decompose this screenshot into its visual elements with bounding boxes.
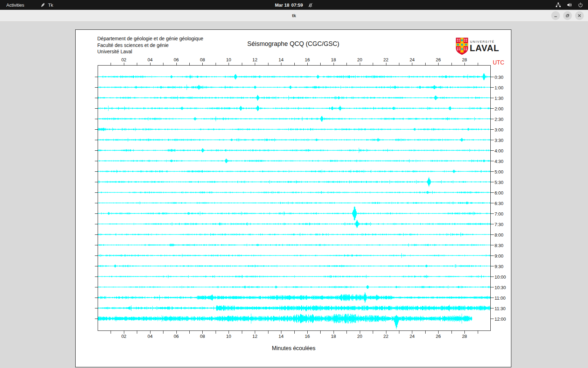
row-tick-right: [491, 277, 494, 277]
institution-line3: Université Laval: [97, 48, 203, 55]
x-minor-tick-bottom: [137, 331, 137, 334]
row-tick-left: [95, 203, 98, 203]
x-minor-tick-bottom: [399, 331, 399, 334]
x-minor-tick-bottom: [438, 331, 439, 334]
row-tick-right: [491, 298, 494, 298]
row-tick-right: [491, 87, 494, 88]
power-icon: [578, 2, 583, 8]
row-tick-right: [491, 203, 494, 203]
x-minor-tick-top: [346, 63, 347, 65]
x-minor-tick-bottom: [268, 331, 268, 334]
volume-icon: [567, 2, 572, 8]
row-tick-left: [95, 298, 98, 298]
window-title: tk: [292, 13, 296, 18]
trace-row-label: 6:00: [495, 190, 503, 195]
trace-row-label: 9:00: [495, 253, 503, 258]
clock-menu-button[interactable]: Mar 18 07:59: [275, 2, 313, 8]
x-axis-label-bottom: 08: [200, 334, 205, 339]
x-axis-label-bottom: 10: [226, 334, 231, 339]
x-axis-label-top: 10: [226, 57, 231, 62]
row-tick-left: [95, 192, 98, 193]
x-minor-tick-top: [268, 63, 268, 65]
x-minor-tick-top: [176, 63, 177, 65]
x-minor-tick-top: [150, 63, 150, 65]
x-minor-tick-bottom: [451, 331, 452, 334]
row-tick-right: [491, 266, 494, 266]
row-tick-right: [491, 213, 494, 214]
x-minor-tick-top: [360, 63, 360, 65]
close-button[interactable]: [575, 11, 584, 20]
x-minor-tick-top: [189, 63, 190, 65]
trace-row-label: 2:30: [495, 116, 503, 122]
x-axis-label-top: 08: [200, 57, 205, 62]
x-axis-label-top: 12: [252, 57, 257, 62]
row-tick-left: [95, 140, 98, 140]
trace-row-label: 0:30: [495, 74, 503, 80]
row-tick-left: [95, 319, 98, 319]
x-minor-tick-top: [255, 63, 255, 65]
x-minor-tick-top: [242, 63, 242, 65]
row-tick-right: [491, 245, 494, 245]
x-minor-tick-top: [386, 63, 386, 65]
x-minor-tick-top: [320, 63, 321, 65]
x-minor-tick-top: [124, 63, 124, 65]
maximize-restore-button[interactable]: [563, 11, 572, 20]
row-tick-right: [491, 150, 494, 151]
row-tick-left: [95, 171, 98, 172]
x-minor-tick-top: [412, 63, 412, 65]
x-axis-label-bottom: 02: [121, 334, 126, 339]
row-tick-left: [95, 245, 98, 245]
trace-row-label: 10:30: [495, 285, 506, 290]
row-tick-left: [95, 108, 98, 109]
x-axis-label-bottom: 28: [462, 334, 467, 339]
x-minor-tick-bottom: [478, 331, 478, 334]
x-axis-label-top: 16: [305, 57, 310, 62]
x-minor-tick-bottom: [124, 331, 124, 334]
trace-row-label: 12:00: [495, 316, 506, 321]
x-axis-label-bottom: 24: [410, 334, 414, 339]
window-titlebar[interactable]: tk: [0, 10, 588, 22]
trace-row-label: 11:30: [495, 306, 506, 311]
x-axis-label-top: 02: [121, 57, 126, 62]
x-minor-tick-bottom: [229, 331, 229, 334]
x-minor-tick-top: [281, 63, 281, 65]
row-tick-left: [95, 119, 98, 119]
x-minor-tick-top: [399, 63, 399, 65]
trace-row-label: 5:00: [495, 169, 503, 174]
activities-button[interactable]: Activities: [0, 0, 30, 10]
desktop-screen: Activities Tk Mar 18 07:59: [0, 0, 588, 368]
x-minor-tick-bottom: [425, 331, 426, 334]
row-tick-right: [491, 224, 494, 224]
x-axis-label-top: 14: [279, 57, 284, 62]
x-minor-tick-top: [294, 63, 295, 65]
row-tick-right: [491, 319, 494, 319]
x-minor-tick-top: [425, 63, 426, 65]
row-tick-right: [491, 161, 494, 161]
system-status-menu[interactable]: [555, 2, 583, 8]
row-tick-right: [491, 308, 494, 308]
minimize-button[interactable]: [551, 11, 560, 20]
row-tick-left: [95, 98, 98, 98]
row-tick-right: [491, 255, 494, 256]
x-axis-label-top: 28: [462, 57, 467, 62]
app-menu-button[interactable]: Tk: [40, 2, 53, 8]
x-minor-tick-bottom: [320, 331, 321, 334]
x-axis-label-bottom: 06: [174, 334, 178, 339]
x-axis-label-top: 04: [147, 57, 152, 62]
trace-row-label: 8:00: [495, 232, 503, 237]
x-minor-tick-bottom: [294, 331, 295, 334]
trace-row-label: 11:00: [495, 295, 506, 300]
x-minor-tick-top: [373, 63, 373, 65]
x-axis-label-top: 24: [410, 57, 414, 62]
trace-row-label: 4:30: [495, 158, 503, 164]
seismogram-canvas: [98, 66, 490, 330]
x-minor-tick-bottom: [386, 331, 386, 334]
trace-row-label: 1:00: [495, 85, 503, 90]
row-tick-right: [491, 234, 494, 235]
row-tick-right: [491, 171, 494, 172]
row-tick-left: [95, 129, 98, 130]
trace-row-label: 7:30: [495, 222, 503, 227]
row-tick-right: [491, 287, 494, 287]
x-minor-tick-bottom: [464, 331, 465, 334]
x-axis-label-bottom: 18: [331, 334, 336, 339]
